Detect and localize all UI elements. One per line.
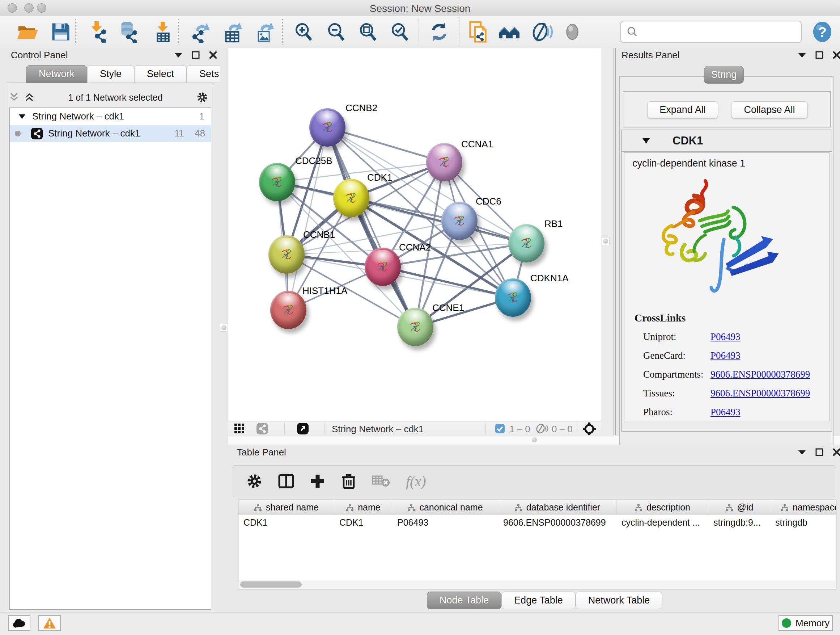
close-panel-icon[interactable] bbox=[833, 51, 840, 59]
crosslink-link[interactable]: 9606.ENSP00000378699 bbox=[711, 388, 810, 399]
float-panel-icon[interactable] bbox=[798, 449, 806, 455]
delete-column-icon[interactable] bbox=[341, 473, 357, 489]
cloud-status-button[interactable] bbox=[8, 615, 30, 631]
column-header-shared-name[interactable]: shared name bbox=[238, 500, 334, 515]
show-column-icon[interactable] bbox=[278, 473, 294, 489]
zoom-out-button[interactable] bbox=[324, 20, 348, 44]
refresh-network-button[interactable] bbox=[427, 20, 451, 44]
export-image-button[interactable] bbox=[252, 20, 276, 44]
table-cell[interactable]: stringdb bbox=[770, 515, 836, 530]
birds-eye-view-button[interactable] bbox=[497, 20, 521, 44]
export-table-button[interactable] bbox=[220, 20, 244, 44]
search-input[interactable] bbox=[621, 21, 802, 43]
table-cell[interactable]: 9606.ENSP00000378699 bbox=[498, 515, 616, 530]
function-builder-button[interactable]: f(x) bbox=[406, 473, 426, 490]
network-node-ccnb1[interactable] bbox=[268, 235, 305, 274]
network-node-ccna2[interactable] bbox=[365, 248, 401, 286]
network-edge[interactable] bbox=[327, 127, 415, 327]
import-network-button[interactable] bbox=[86, 20, 110, 44]
close-panel-icon[interactable] bbox=[209, 51, 217, 59]
horizontal-scrollbar[interactable] bbox=[239, 580, 836, 589]
expand-all-icon[interactable] bbox=[24, 93, 35, 102]
close-panel-icon[interactable] bbox=[833, 448, 840, 456]
zoom-in-button[interactable] bbox=[292, 20, 316, 44]
right-panel-splitter[interactable] bbox=[601, 48, 616, 435]
tab-string[interactable]: String bbox=[704, 66, 744, 84]
column-header--id[interactable]: @id bbox=[708, 500, 770, 515]
gene-card-header[interactable]: CDK1 bbox=[622, 130, 832, 152]
tab-network-table[interactable]: Network Table bbox=[576, 592, 663, 609]
show-graphics-details-button[interactable] bbox=[561, 20, 584, 44]
left-panel-splitter[interactable] bbox=[220, 48, 228, 613]
create-column-icon[interactable] bbox=[309, 473, 325, 489]
network-options-gear-icon[interactable] bbox=[196, 91, 208, 103]
maximize-panel-icon[interactable] bbox=[815, 51, 823, 59]
zoom-selected-button[interactable] bbox=[388, 20, 412, 44]
maximize-panel-icon[interactable] bbox=[815, 448, 823, 456]
network-birdseye-button[interactable] bbox=[256, 423, 268, 436]
network-node-ccnb2[interactable] bbox=[309, 108, 346, 147]
network-node-cdk1[interactable] bbox=[333, 179, 369, 217]
column-header-database-identifier[interactable]: database identifier bbox=[498, 500, 616, 515]
column-header-description[interactable]: description bbox=[616, 500, 708, 515]
collapse-section-icon[interactable] bbox=[642, 138, 650, 144]
table-options-gear-icon[interactable] bbox=[246, 473, 263, 489]
network-collection-row[interactable]: String Network – cdk1 1 bbox=[10, 108, 211, 125]
network-node-cdc6[interactable] bbox=[441, 202, 477, 240]
hidden-elements-button[interactable] bbox=[535, 424, 548, 435]
crosslink-link[interactable]: P06493 bbox=[711, 350, 741, 361]
tab-edge-table[interactable]: Edge Table bbox=[501, 592, 576, 609]
table-cell[interactable]: CDK1 bbox=[238, 515, 334, 530]
delete-table-icon[interactable] bbox=[372, 474, 391, 488]
open-in-window-button[interactable] bbox=[297, 423, 309, 436]
scrollbar-thumb[interactable] bbox=[240, 581, 302, 587]
table-cell[interactable]: CDK1 bbox=[334, 515, 392, 530]
network-node-cdc25b[interactable] bbox=[259, 163, 295, 201]
network-node-cdkn1a[interactable] bbox=[495, 279, 531, 317]
help-button[interactable]: ? bbox=[810, 20, 834, 44]
maximize-panel-icon[interactable] bbox=[192, 51, 200, 59]
column-header-name[interactable]: name bbox=[334, 500, 392, 515]
tab-select[interactable]: Select bbox=[134, 65, 187, 83]
column-header-canonical-name[interactable]: canonical name bbox=[392, 500, 498, 515]
crosslink-link[interactable]: P06493 bbox=[711, 407, 741, 418]
import-table-button[interactable] bbox=[151, 20, 175, 44]
show-grid-button[interactable] bbox=[234, 423, 245, 435]
splitter-handle[interactable] bbox=[220, 324, 228, 332]
selected-nodes-checkbox[interactable] bbox=[495, 424, 505, 435]
export-network-button[interactable] bbox=[188, 20, 212, 44]
tab-style[interactable]: Style bbox=[87, 65, 134, 83]
network-edge[interactable] bbox=[383, 267, 513, 298]
tab-network[interactable]: Network bbox=[26, 65, 87, 83]
collection-expand-icon[interactable] bbox=[19, 114, 26, 119]
collapse-all-button[interactable]: Collapse All bbox=[731, 101, 808, 119]
network-node-ccne1[interactable] bbox=[397, 308, 433, 346]
crosslink-link[interactable]: P06493 bbox=[711, 331, 741, 342]
table-cell[interactable]: cyclin-dependent ... bbox=[616, 515, 708, 530]
crosslink-link[interactable]: 9606.ENSP00000378699 bbox=[711, 369, 810, 380]
save-session-button[interactable] bbox=[49, 20, 73, 44]
column-header-namespace[interactable]: namespace bbox=[770, 500, 836, 515]
import-network-from-database-button[interactable] bbox=[117, 20, 141, 44]
open-file-button[interactable] bbox=[16, 20, 39, 44]
node-table[interactable]: shared namenamecanonical namedatabase id… bbox=[238, 500, 836, 589]
table-cell[interactable]: P06493 bbox=[392, 515, 498, 530]
memory-button[interactable]: Memory bbox=[778, 615, 833, 631]
network-node-ccna1[interactable] bbox=[426, 143, 462, 181]
hide-graphics-details-button[interactable] bbox=[531, 20, 554, 44]
network-canvas[interactable]: CCNB2CCNA1CDC25BCDK1CDC6RB1CCNB1CCNA2CDK… bbox=[228, 48, 601, 421]
float-panel-icon[interactable] bbox=[798, 52, 806, 58]
network-row-selected[interactable]: String Network – cdk1 11 48 bbox=[10, 125, 211, 142]
splitter-handle[interactable] bbox=[602, 237, 609, 245]
table-row[interactable]: CDK1CDK1P064939606.ENSP00000378699cyclin… bbox=[238, 515, 836, 530]
table-cell[interactable]: stringdb:9... bbox=[708, 515, 770, 530]
collapse-all-icon[interactable] bbox=[9, 93, 19, 102]
network-node-rb1[interactable] bbox=[508, 224, 545, 263]
clone-network-button[interactable] bbox=[467, 20, 491, 44]
zoom-fit-button[interactable] bbox=[356, 20, 380, 44]
float-panel-icon[interactable] bbox=[174, 52, 182, 58]
expand-all-button[interactable]: Expand All bbox=[647, 101, 718, 119]
warnings-button[interactable] bbox=[38, 615, 61, 631]
network-node-hist1h1a[interactable] bbox=[270, 291, 306, 329]
tab-node-table[interactable]: Node Table bbox=[427, 592, 501, 609]
